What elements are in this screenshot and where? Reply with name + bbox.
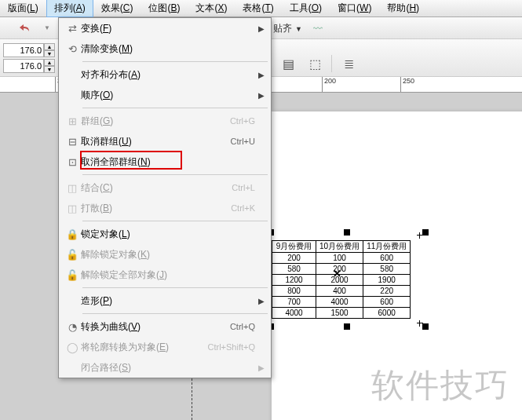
menu-a[interactable]: 排列(A)	[46, 0, 93, 17]
menu-item-label: 取消全部群组(N)	[81, 155, 255, 169]
toolbar-right-icons: ▤ ⬚ ≣	[278, 53, 359, 74]
menu-item-u[interactable]: ⊟取消群组(U)Ctrl+U	[59, 131, 271, 152]
menu-item-label: 顺序(O)	[81, 89, 255, 102]
curve-icon: ◔	[64, 321, 81, 333]
menu-b[interactable]: 位图(B)	[141, 0, 188, 17]
menu-item-label: 群组(G)	[81, 115, 230, 128]
menu-item-o[interactable]: 顺序(O)▶	[59, 85, 271, 105]
dimension-inputs: ▲▼ ▲▼	[3, 43, 55, 73]
tool-icon-1[interactable]: ▤	[278, 53, 298, 74]
shortcut-label: Ctrl+Shift+Q	[207, 342, 255, 352]
menu-item-a[interactable]: 对齐和分布(A)▶	[59, 64, 271, 85]
menu-o[interactable]: 工具(O)	[282, 0, 330, 17]
combine-icon: ◫	[64, 182, 81, 194]
menu-w[interactable]: 窗口(W)	[330, 0, 379, 17]
snap-label[interactable]: 贴齐▼ 〰	[273, 22, 323, 35]
menu-item-label: 变换(F)	[81, 22, 255, 35]
menu-item-label: 结合(C)	[81, 181, 232, 195]
menu-t[interactable]: 表格(T)	[235, 0, 281, 17]
menu-h[interactable]: 帮助(H)	[379, 0, 427, 17]
menu-item-label: 闭合路径(S)	[81, 361, 255, 374]
submenu-arrow-icon: ▶	[255, 24, 265, 33]
menu-item-m[interactable]: ⟲清除变换(M)	[59, 38, 271, 59]
menu-item-s: 闭合路径(S)▶	[59, 357, 271, 378]
height-spinner[interactable]: ▲▼	[44, 59, 55, 73]
corner-mark	[417, 320, 423, 327]
table-row: 800400220	[272, 286, 411, 297]
tool-icon-3[interactable]: ≣	[338, 53, 359, 74]
table-row: 200100600	[272, 253, 411, 264]
transform-icon: ⇄	[64, 23, 81, 35]
menu-c[interactable]: 效果(C)	[93, 0, 141, 17]
menu-x[interactable]: 文本(X)	[188, 0, 235, 17]
menu-item-label: 造形(P)	[81, 294, 255, 308]
table-row: 400015006000	[272, 308, 411, 319]
table-header: 11月份费用	[363, 241, 411, 253]
submenu-arrow-icon: ▶	[255, 71, 265, 79]
submenu-arrow-icon: ▶	[255, 297, 265, 305]
unlock-icon: 🔓	[64, 249, 81, 261]
menu-item-label: 取消群组(U)	[81, 135, 231, 148]
table-header: 9月份费用	[272, 241, 316, 253]
menu-item-b: ◫打散(B)Ctrl+K	[59, 198, 271, 218]
shortcut-label: Ctrl+U	[231, 137, 255, 146]
corner-mark	[417, 232, 423, 239]
menu-l[interactable]: 版面(L)	[0, 0, 46, 17]
height-input[interactable]	[3, 59, 44, 73]
clear-transform-icon: ⟲	[64, 43, 81, 55]
width-input[interactable]	[3, 43, 44, 57]
width-spinner[interactable]: ▲▼	[44, 43, 55, 57]
menu-item-label: 解除锁定全部对象(J)	[81, 268, 255, 282]
menubar: 版面(L)排列(A)效果(C)位图(B)文本(X)表格(T)工具(O)窗口(W)…	[0, 0, 522, 17]
table-header: 10月份费用	[316, 241, 363, 253]
menu-item-label: 对齐和分布(A)	[81, 68, 255, 82]
tool-icon-2[interactable]: ⬚	[305, 53, 325, 74]
menu-item-p[interactable]: 造形(P)▶	[59, 290, 271, 311]
ungroup-icon: ⊟	[64, 136, 81, 148]
undo-button[interactable]	[16, 19, 35, 38]
menu-item-j: 🔓解除锁定全部对象(J)	[59, 265, 271, 285]
menu-item-label: 将轮廓转换为对象(E)	[81, 341, 207, 354]
submenu-arrow-icon: ▶	[255, 363, 265, 372]
data-table[interactable]: 9月份费用10月份费用11月份费用20010060058020058012002…	[272, 240, 411, 319]
menu-item-l[interactable]: 🔒锁定对象(L)	[59, 224, 271, 244]
menu-item-v[interactable]: ◔转换为曲线(V)Ctrl+Q	[59, 316, 271, 337]
undo-dropdown[interactable]: ▼	[38, 19, 57, 38]
shortcut-label: Ctrl+K	[231, 203, 255, 213]
menu-item-label: 清除变换(M)	[81, 42, 255, 56]
break-icon: ◫	[64, 203, 81, 214]
shortcut-label: Ctrl+Q	[230, 322, 255, 331]
watermark: 软件技巧	[371, 363, 509, 407]
submenu-arrow-icon: ▶	[255, 91, 265, 100]
lock-icon: 🔒	[64, 228, 81, 240]
shortcut-label: Ctrl+G	[230, 116, 255, 126]
shortcut-label: Ctrl+L	[232, 183, 255, 192]
table-selection[interactable]: 9月份费用10月份费用11月份费用20010060058020058012002…	[272, 240, 411, 319]
menu-item-e: ◯将轮廓转换为对象(E)Ctrl+Shift+Q	[59, 337, 271, 357]
group-icon: ⊞	[64, 115, 81, 127]
menu-item-label: 转换为曲线(V)	[81, 320, 230, 334]
menu-item-c: ◫结合(C)Ctrl+L	[59, 177, 271, 198]
menu-item-n[interactable]: ⊡取消全部群组(N)	[59, 152, 271, 172]
unlock-all-icon: 🔓	[64, 269, 81, 281]
menu-item-label: 打散(B)	[81, 202, 231, 215]
menu-item-k: 🔓解除锁定对象(K)	[59, 244, 271, 265]
transform-cursor: ✕	[333, 268, 341, 279]
menu-item-f[interactable]: ⇄变换(F)▶	[59, 18, 271, 38]
menu-item-label: 解除锁定对象(K)	[81, 248, 255, 261]
outline-icon: ◯	[64, 341, 81, 353]
menu-item-label: 锁定对象(L)	[81, 228, 255, 241]
ungroup-all-icon: ⊡	[64, 156, 81, 168]
table-row: 7004000600	[272, 297, 411, 308]
arrange-menu: ⇄变换(F)▶⟲清除变换(M)对齐和分布(A)▶顺序(O)▶⊞群组(G)Ctrl…	[58, 17, 272, 378]
menu-item-g: ⊞群组(G)Ctrl+G	[59, 111, 271, 131]
